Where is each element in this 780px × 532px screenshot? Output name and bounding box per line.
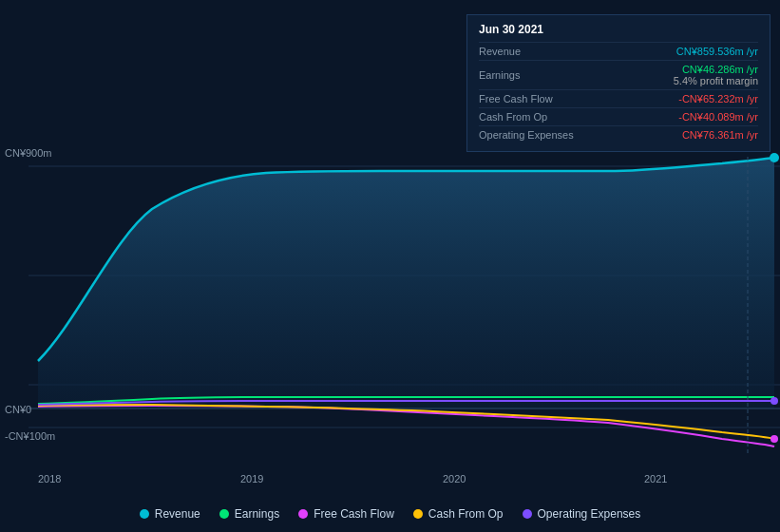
tooltip-revenue-value: CN¥859.536m /yr — [676, 46, 758, 57]
tooltip-cashop-value: -CN¥40.089m /yr — [678, 111, 758, 123]
legend-opex-dot — [523, 509, 532, 519]
legend-cashop[interactable]: Cash From Op — [413, 507, 504, 521]
tooltip-opex-row: Operating Expenses CN¥76.361m /yr — [479, 125, 758, 143]
y-label-0: CN¥0 — [5, 404, 31, 415]
tooltip-cashop-row: Cash From Op -CN¥40.089m /yr — [479, 107, 758, 125]
legend-opex[interactable]: Operating Expenses — [523, 507, 641, 521]
legend-cashop-label: Cash From Op — [428, 507, 504, 521]
tooltip-cashop-label: Cash From Op — [479, 111, 593, 123]
svg-point-7 — [770, 153, 779, 162]
legend-fcf-dot — [298, 509, 308, 519]
legend-earnings-label: Earnings — [235, 507, 279, 521]
x-label-2019: 2019 — [240, 473, 263, 484]
tooltip-earnings-value: CN¥46.286m /yr — [674, 64, 758, 75]
tooltip-earnings-row: Earnings CN¥46.286m /yr 5.4% profit marg… — [479, 60, 758, 89]
tooltip-panel: Jun 30 2021 Revenue CN¥859.536m /yr Earn… — [466, 14, 770, 152]
tooltip-earnings-label: Earnings — [479, 69, 593, 81]
y-label-900: CN¥900m — [5, 147, 52, 159]
tooltip-fcf-value: -CN¥65.232m /yr — [678, 93, 758, 104]
legend-cashop-dot — [413, 509, 423, 519]
legend-earnings[interactable]: Earnings — [219, 507, 279, 521]
tooltip-fcf-label: Free Cash Flow — [479, 93, 593, 104]
svg-point-8 — [770, 397, 778, 405]
tooltip-date: Jun 30 2021 — [479, 23, 758, 36]
legend-fcf[interactable]: Free Cash Flow — [298, 507, 394, 521]
tooltip-opex-label: Operating Expenses — [479, 129, 593, 141]
svg-point-9 — [770, 435, 778, 443]
legend-opex-label: Operating Expenses — [538, 507, 641, 521]
tooltip-revenue-label: Revenue — [479, 46, 593, 57]
legend-revenue-label: Revenue — [155, 507, 200, 521]
x-label-2018: 2018 — [38, 473, 61, 484]
x-label-2020: 2020 — [443, 473, 466, 484]
x-label-2021: 2021 — [644, 473, 667, 484]
legend-revenue-dot — [140, 509, 149, 519]
chart-legend: Revenue Earnings Free Cash Flow Cash Fro… — [0, 507, 780, 521]
legend-earnings-dot — [219, 509, 229, 519]
y-label-neg100: -CN¥100m — [5, 430, 55, 442]
tooltip-fcf-row: Free Cash Flow -CN¥65.232m /yr — [479, 89, 758, 107]
legend-fcf-label: Free Cash Flow — [314, 507, 394, 521]
chart-container: CN¥900m CN¥0 -CN¥100m 2018 2019 2020 202… — [0, 0, 780, 532]
tooltip-opex-value: CN¥76.361m /yr — [682, 129, 758, 141]
legend-revenue[interactable]: Revenue — [140, 507, 200, 521]
tooltip-profit-margin: 5.4% profit margin — [674, 75, 758, 86]
tooltip-revenue-row: Revenue CN¥859.536m /yr — [479, 42, 758, 60]
